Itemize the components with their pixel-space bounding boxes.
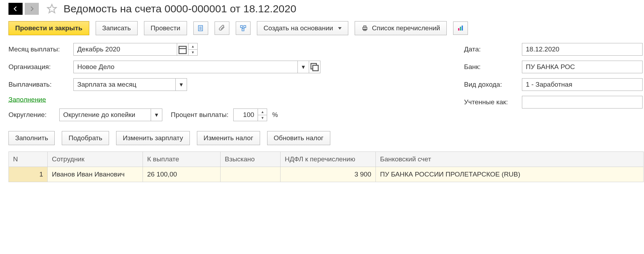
percent-input[interactable] <box>234 109 258 121</box>
chevron-down-icon <box>338 27 342 30</box>
cell-withheld <box>221 167 281 182</box>
col-withheld: Взыскано <box>221 152 281 167</box>
date-input[interactable] <box>522 43 642 55</box>
cell-employee: Иванов Иван Иванович <box>48 167 143 182</box>
change-salary-button[interactable]: Изменить зарплату <box>116 131 190 145</box>
bank-label: Банк: <box>464 63 517 71</box>
income-input[interactable] <box>522 79 642 91</box>
month-field[interactable]: ▲▼ <box>73 43 198 56</box>
org-dropdown-icon[interactable]: ▾ <box>297 61 309 73</box>
accounted-label: Учтенные как: <box>464 98 517 106</box>
create-based-on-label: Создать на основании <box>264 24 333 32</box>
fill-button[interactable]: Заполнить <box>8 131 55 145</box>
svg-rect-15 <box>462 26 463 31</box>
change-tax-button[interactable]: Изменить налог <box>197 131 260 145</box>
round-input[interactable] <box>60 109 151 121</box>
post-and-close-button[interactable]: Провести и закрыть <box>8 21 89 35</box>
col-bank-account: Банковский счет <box>376 152 644 167</box>
bank-field[interactable] <box>522 61 643 73</box>
percent-label: Процент выплаты: <box>171 111 228 119</box>
month-spinner[interactable]: ▲▼ <box>188 43 197 55</box>
pay-label: Выплачивать: <box>8 81 68 88</box>
svg-rect-11 <box>364 26 366 27</box>
cell-bank-account: ПУ БАНКА РОССИИ ПРОЛЕТАРСКОЕ (RUB) <box>376 167 644 182</box>
round-dropdown-icon[interactable]: ▾ <box>151 109 162 121</box>
round-field[interactable]: ▾ <box>59 109 162 121</box>
transfer-list-label: Список перечислений <box>372 24 440 32</box>
nav-forward-button[interactable] <box>25 3 39 15</box>
month-input[interactable] <box>74 43 177 55</box>
bank-input[interactable] <box>522 61 642 73</box>
favorite-star-icon[interactable] <box>46 3 58 15</box>
col-n: N <box>9 152 48 167</box>
cell-n: 1 <box>9 167 48 182</box>
org-open-icon[interactable] <box>309 61 320 73</box>
percent-field[interactable]: ▲▼ <box>233 109 267 121</box>
create-based-on-button[interactable]: Создать на основании <box>257 21 348 35</box>
cell-ndfl: 3 900 <box>281 167 376 182</box>
pay-input[interactable] <box>74 79 175 91</box>
fill-link[interactable]: Заполнение <box>8 96 46 104</box>
accounted-input[interactable] <box>522 96 642 108</box>
save-button[interactable]: Записать <box>96 21 138 35</box>
svg-rect-14 <box>460 27 461 31</box>
calendar-icon[interactable] <box>177 43 188 55</box>
cell-to-pay: 26 100,00 <box>143 167 221 182</box>
employees-table[interactable]: N Сотрудник К выплате Взыскано НДФЛ к пе… <box>8 151 644 182</box>
report-icon-button[interactable] <box>193 21 208 35</box>
org-label: Организация: <box>8 63 68 71</box>
round-label: Округление: <box>8 111 54 119</box>
income-field[interactable] <box>522 78 643 91</box>
income-label: Вид дохода: <box>464 81 517 88</box>
chart-icon-button[interactable] <box>453 21 468 35</box>
structure-icon-button[interactable] <box>236 21 251 35</box>
col-to-pay: К выплате <box>143 152 221 167</box>
percent-sign: % <box>272 111 278 119</box>
pay-dropdown-icon[interactable]: ▾ <box>175 79 187 91</box>
attach-icon-button[interactable] <box>215 21 229 35</box>
org-input[interactable] <box>74 61 297 73</box>
svg-rect-13 <box>458 28 459 31</box>
date-field[interactable] <box>522 43 643 56</box>
accounted-field[interactable] <box>522 96 643 109</box>
svg-marker-0 <box>48 5 56 13</box>
svg-rect-7 <box>242 29 244 31</box>
svg-rect-6 <box>243 26 246 28</box>
page-title: Ведомость на счета 0000-000001 от 18.12.… <box>64 3 296 15</box>
svg-rect-5 <box>240 26 242 28</box>
svg-rect-16 <box>179 46 186 54</box>
pay-field[interactable]: ▾ <box>73 78 187 91</box>
svg-rect-19 <box>313 65 318 71</box>
col-ndfl: НДФЛ к перечислению <box>281 152 376 167</box>
post-button[interactable]: Провести <box>144 21 187 35</box>
transfer-list-button[interactable]: Список перечислений <box>355 21 447 35</box>
month-label: Месяц выплаты: <box>8 45 68 53</box>
percent-spinner[interactable]: ▲▼ <box>258 109 267 121</box>
table-row[interactable]: 1 Иванов Иван Иванович 26 100,00 3 900 П… <box>9 167 644 182</box>
nav-back-button[interactable] <box>8 3 23 15</box>
print-icon <box>361 25 368 32</box>
org-field[interactable]: ▾ <box>73 61 320 73</box>
date-label: Дата: <box>464 45 517 53</box>
update-tax-button[interactable]: Обновить налог <box>267 131 330 145</box>
pick-button[interactable]: Подобрать <box>62 131 109 145</box>
col-employee: Сотрудник <box>48 152 143 167</box>
